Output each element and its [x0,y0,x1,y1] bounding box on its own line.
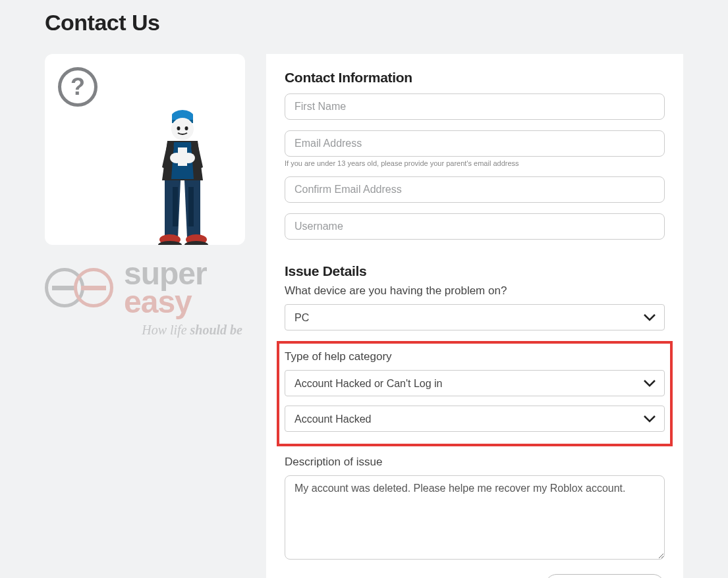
watermark-logo-icon [45,268,117,307]
question-icon: ? [58,67,98,107]
avatar-card: ? [45,54,245,245]
help-category-label: Type of help category [285,350,665,363]
contact-form: Contact Information If you are under 13 … [266,54,683,578]
watermark-text-line2: easy [124,288,207,316]
svg-point-5 [185,126,188,130]
confirm-email-field[interactable] [285,176,665,203]
page-title: Contact Us [0,0,728,54]
watermark: super easy How life should be [45,259,245,338]
svg-rect-9 [173,187,178,226]
submit-button[interactable]: Submit [545,574,665,578]
watermark-tagline: How life should be [45,323,245,338]
watermark-text-line1: super [124,259,207,288]
device-label: What device are you having the problem o… [285,284,665,298]
svg-point-8 [182,153,195,163]
description-textarea[interactable] [285,475,665,560]
avatar-image [145,95,220,245]
svg-point-3 [171,118,194,140]
username-field[interactable] [285,213,665,240]
help-subcategory-select[interactable]: Account Hacked [285,406,665,432]
help-category-select[interactable]: Account Hacked or Can't Log in [285,370,665,396]
svg-point-7 [170,153,183,163]
device-select[interactable]: PC [285,304,665,330]
svg-point-4 [177,126,181,130]
email-field[interactable] [285,130,665,157]
first-name-field[interactable] [285,93,665,120]
description-label: Description of issue [285,456,665,469]
email-hint: If you are under 13 years old, please pr… [285,159,665,167]
help-category-highlight: Type of help category Account Hacked or … [277,341,673,446]
issue-section-title: Issue Details [285,263,665,279]
contact-section-title: Contact Information [285,70,665,86]
svg-rect-10 [188,187,194,226]
